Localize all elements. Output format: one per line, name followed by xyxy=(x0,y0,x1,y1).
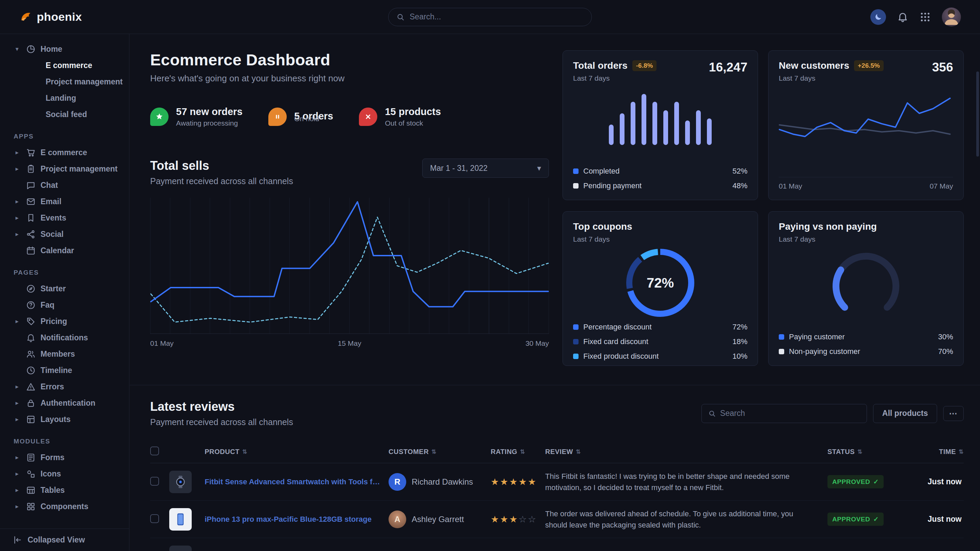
caret-right-icon: ▸ xyxy=(13,454,21,461)
shopping-cart-icon xyxy=(26,148,36,157)
scrollbar-thumb[interactable] xyxy=(976,71,979,157)
search-icon xyxy=(708,410,716,418)
smartwatch-image xyxy=(173,475,188,489)
order-stats: 57 new orders Awating processing 5 order… xyxy=(150,106,549,127)
legend-label: Fixed product discount xyxy=(583,352,659,361)
theme-toggle-button[interactable] xyxy=(870,9,886,25)
sidebar-item-icons[interactable]: ▸ Icons xyxy=(0,465,129,482)
total-sells-title: Total sells xyxy=(150,159,293,173)
product-thumbnail[interactable] xyxy=(169,508,192,530)
sort-icon: ⇅ xyxy=(576,448,581,456)
sidebar-item-starter[interactable]: Starter xyxy=(0,280,129,297)
sidebar-item-timeline[interactable]: Timeline xyxy=(0,362,129,378)
sidebar-item-project-management-dashboard[interactable]: Project management xyxy=(0,73,129,90)
sidebar-item-authentication[interactable]: ▸ Authentication xyxy=(0,395,129,411)
sidebar-item-label: Home xyxy=(41,44,62,54)
legend-value: 18% xyxy=(732,337,748,346)
sidebar-item-components[interactable]: ▸ Components xyxy=(0,498,129,514)
product-link[interactable]: iPhone 13 pro max-Pacific Blue-128GB sto… xyxy=(205,515,388,524)
sidebar-item-landing[interactable]: Landing xyxy=(0,90,129,106)
chevron-down-icon: ▾ xyxy=(537,164,541,173)
legend-swatch xyxy=(573,324,579,330)
sidebar-item-pricing[interactable]: ▸ Pricing xyxy=(0,313,129,329)
change-badge: +26.5% xyxy=(854,60,884,71)
sidebar-item-home[interactable]: ▾ Home xyxy=(0,41,129,57)
customer-name: Ashley Garrett xyxy=(412,514,464,524)
coupons-legend: Percentage discount 72% Fixed card disco… xyxy=(573,317,748,361)
search-input[interactable] xyxy=(410,12,584,21)
legend-swatch xyxy=(779,349,784,354)
sidebar-item-members[interactable]: Members xyxy=(0,346,129,362)
sidebar-item-label: Pricing xyxy=(41,317,67,326)
sidebar-item-label: Layouts xyxy=(41,415,70,424)
column-header-review[interactable]: REVIEW xyxy=(545,448,573,456)
sidebar-item-label: Faq xyxy=(41,300,54,310)
customer-avatar[interactable]: R xyxy=(388,473,406,491)
all-products-button[interactable]: All products xyxy=(873,404,937,423)
sidebar-item-layouts[interactable]: ▸ Layouts xyxy=(0,411,129,427)
stat-value: 57 new orders xyxy=(176,106,242,118)
sidebar-section-pages: PAGES xyxy=(0,259,129,280)
sidebar-section-apps: APPS xyxy=(0,122,129,144)
legend-value: 70% xyxy=(938,347,953,356)
sidebar-item-project-management-app[interactable]: ▸ Project management xyxy=(0,160,129,177)
product-thumbnail[interactable] xyxy=(169,546,192,551)
more-options-button[interactable]: ⋯ xyxy=(943,406,964,421)
sidebar-item-chat[interactable]: Chat xyxy=(0,177,129,193)
card-title: Total orders xyxy=(573,60,628,71)
status-label: APPROVED xyxy=(832,478,870,486)
column-header-product[interactable]: PRODUCT xyxy=(205,448,239,456)
legend-row: Completed 52% xyxy=(573,167,748,176)
collapse-left-icon xyxy=(12,535,22,545)
legend-swatch xyxy=(573,354,579,359)
sidebar-item-notifications[interactable]: Notifications xyxy=(0,329,129,346)
legend-swatch xyxy=(573,339,579,345)
date-range-select[interactable]: Mar 1 - 31, 2022 ▾ xyxy=(422,159,549,178)
sidebar-item-errors[interactable]: ▸ Errors xyxy=(0,378,129,395)
total-orders-value: 16,247 xyxy=(709,60,748,75)
card-period: Last 7 days xyxy=(779,235,877,243)
navbar-actions xyxy=(870,8,961,27)
product-link[interactable]: Fitbit Sense Advanced Smartwatch with To… xyxy=(205,478,388,486)
column-header-time[interactable]: TIME xyxy=(939,448,956,456)
row-checkbox[interactable] xyxy=(150,514,159,523)
column-header-rating[interactable]: RATING xyxy=(491,448,517,456)
sidebar-item-social-feed[interactable]: Social feed xyxy=(0,106,129,122)
legend-label: Percentage discount xyxy=(583,322,652,332)
row-checkbox[interactable] xyxy=(150,477,159,486)
reviews-search-input[interactable] xyxy=(720,409,861,418)
customer-avatar[interactable]: A xyxy=(388,510,406,528)
notifications-bell-icon[interactable] xyxy=(897,11,908,23)
legend-value: 52% xyxy=(732,167,748,176)
product-thumbnail[interactable] xyxy=(169,471,192,493)
total-sells-chart-area xyxy=(150,198,549,334)
column-header-status[interactable]: STATUS xyxy=(827,448,855,456)
sidebar-item-calendar[interactable]: Calendar xyxy=(0,242,129,259)
user-avatar[interactable] xyxy=(942,8,961,27)
star-badge-icon xyxy=(150,108,169,126)
sidebar-item-social[interactable]: ▸ Social xyxy=(0,226,129,242)
caret-right-icon: ▸ xyxy=(13,470,21,478)
sidebar-item-ecommerce-app[interactable]: ▸ E commerce xyxy=(0,144,129,160)
legend-swatch xyxy=(779,334,784,340)
sidebar-item-faq[interactable]: Faq xyxy=(0,297,129,313)
brand[interactable]: phoenix xyxy=(19,10,82,24)
column-header-customer[interactable]: CUSTOMER xyxy=(388,448,429,456)
collapsed-view-button[interactable]: Collapsed View xyxy=(0,529,129,551)
sidebar-item-forms[interactable]: ▸ Forms xyxy=(0,449,129,465)
legend-row: Fixed card discount 18% xyxy=(573,337,748,346)
legend-row: Paying customer 30% xyxy=(779,332,953,341)
sidebar-item-ecommerce-dashboard[interactable]: E commerce xyxy=(0,57,129,73)
card-title: Paying vs non paying xyxy=(779,221,877,232)
select-all-checkbox[interactable] xyxy=(150,446,159,456)
apps-grid-icon[interactable] xyxy=(920,11,931,23)
new-customers-value: 356 xyxy=(932,60,953,75)
sort-icon: ⇅ xyxy=(520,448,525,456)
caret-right-icon: ▸ xyxy=(13,214,21,222)
card-period: Last 7 days xyxy=(573,74,657,83)
sidebar-item-events[interactable]: ▸ Events xyxy=(0,210,129,226)
sidebar-item-email[interactable]: ▸ Email xyxy=(0,193,129,210)
sidebar-item-tables[interactable]: ▸ Tables xyxy=(0,482,129,498)
top-navbar: phoenix xyxy=(0,0,980,34)
sidebar-item-label: Members xyxy=(41,349,75,359)
